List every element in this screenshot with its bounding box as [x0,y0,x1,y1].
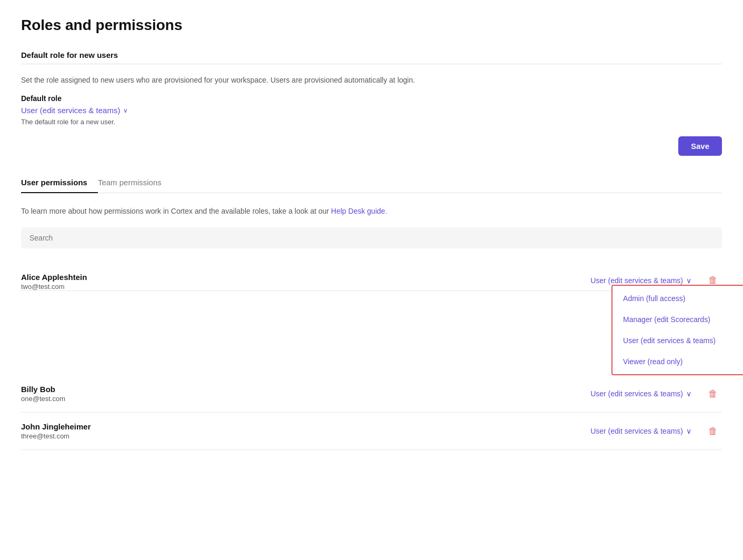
role-option-manager[interactable]: Manager (edit Scorecards) [613,309,743,330]
permissions-tabs: User permissions Team permissions [21,173,722,193]
user-list: Alice Appleshtein two@test.com User (edi… [21,263,722,450]
default-role-section: Default role for new users Set the role … [21,51,722,156]
default-role-section-title: Default role for new users [21,51,722,59]
user-info: Alice Appleshtein two@test.com [21,273,87,291]
role-option-user[interactable]: User (edit services & teams) [613,330,743,351]
user-role-dropdown-john[interactable]: User (edit services & teams) ∨ [590,427,691,435]
delete-user-button-john[interactable]: 🗑 [704,424,722,439]
user-name: John Jingleheimer [21,422,91,431]
default-role-dropdown[interactable]: User (edit services & teams) ∨ [21,106,128,115]
role-option-admin[interactable]: Admin (full access) [613,288,743,309]
user-role-value: User (edit services & teams) [590,427,683,435]
trash-icon: 🗑 [708,426,718,437]
chevron-down-icon: ∨ [686,389,691,398]
user-name: Alice Appleshtein [21,273,87,282]
right-area: User (edit services & teams) ∨ Admin (fu… [590,273,722,288]
user-role-dropdown-billy[interactable]: User (edit services & teams) ∨ [590,389,691,398]
role-option-viewer[interactable]: Viewer (read only) [613,351,743,372]
right-area: User (edit services & teams) ∨ 🗑 [590,386,722,402]
user-email: two@test.com [21,283,87,291]
default-role-hint: The default role for a new user. [21,118,722,126]
user-role-area: User (edit services & teams) ∨ [590,389,691,398]
default-role-label: Default role [21,94,722,103]
user-role-area: User (edit services & teams) ∨ [590,427,691,435]
trash-icon: 🗑 [708,388,718,399]
tab-team-permissions[interactable]: Team permissions [98,173,172,193]
page-title: Roles and permissions [21,17,722,34]
help-desk-link[interactable]: Help Desk guide. [331,207,387,215]
user-role-value: User (edit services & teams) [590,276,683,285]
section-divider [21,64,722,64]
right-area: User (edit services & teams) ∨ 🗑 [590,424,722,439]
user-role-value: User (edit services & teams) [590,389,683,398]
role-dropdown-menu: Admin (full access) Manager (edit Scorec… [611,285,743,375]
user-email: one@test.com [21,395,65,403]
table-row: John Jingleheimer three@test.com User (e… [21,413,722,450]
permissions-info-text: To learn more about how permissions work… [21,207,331,215]
permissions-info: To learn more about how permissions work… [21,206,722,217]
search-input[interactable] [21,227,722,248]
default-role-value: User (edit services & teams) [21,106,120,115]
chevron-down-icon: ∨ [123,107,128,114]
user-role-dropdown-alice[interactable]: User (edit services & teams) ∨ [590,276,691,285]
user-info: John Jingleheimer three@test.com [21,422,91,440]
table-row: Billy Bob one@test.com User (edit servic… [21,375,722,413]
default-role-description: Set the role assigned to new users who a… [21,75,722,86]
user-email: three@test.com [21,432,91,440]
save-row: Save [21,136,722,156]
delete-user-button-billy[interactable]: 🗑 [704,386,722,402]
user-name: Billy Bob [21,385,65,394]
save-button[interactable]: Save [678,136,722,156]
user-role-area: User (edit services & teams) ∨ Admin (fu… [590,276,691,285]
tab-user-permissions[interactable]: User permissions [21,173,98,193]
table-row: Alice Appleshtein two@test.com User (edi… [21,263,722,291]
search-wrap [21,227,722,248]
chevron-down-icon: ∨ [686,276,691,285]
chevron-down-icon: ∨ [686,427,691,435]
user-info: Billy Bob one@test.com [21,385,65,403]
